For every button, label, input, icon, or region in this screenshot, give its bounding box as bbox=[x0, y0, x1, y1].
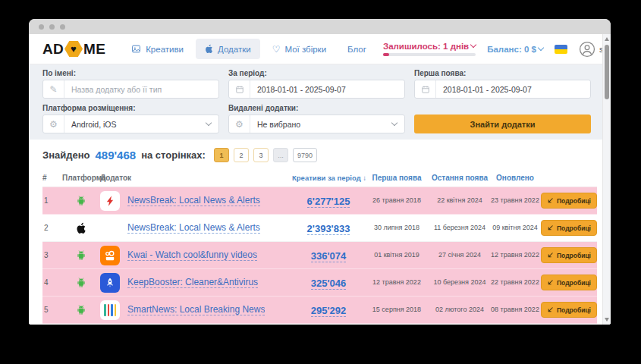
app-name-input[interactable] bbox=[64, 85, 218, 94]
tab-apps[interactable]: Додатки bbox=[196, 39, 260, 59]
navbar: AD ♥ ME Креативи Додатки ♡ Мої збірки bbox=[29, 34, 611, 64]
main-tabs: Креативи Додатки ♡ Мої збірки Блог bbox=[122, 39, 375, 59]
filter-first-seen: Перша поява: bbox=[414, 69, 591, 99]
app-name-link[interactable]: NewsBreak: Local News & Alerts bbox=[127, 222, 260, 234]
deleted-apps-selected-value: Не вибрано bbox=[250, 120, 392, 129]
table-row: 4 KeepBooster: Cleaner&Antivirus 325'046… bbox=[42, 269, 597, 297]
first-seen-date: 26 травня 2018 bbox=[365, 196, 429, 205]
first-seen-date: 30 липня 2018 bbox=[365, 224, 429, 232]
last-seen-date: 11 березня 2024 bbox=[429, 224, 491, 232]
header-creatives-sort[interactable]: Креативи за період ↓ bbox=[292, 174, 365, 182]
tab-label: Мої збірки bbox=[284, 45, 326, 54]
period-label: За період: bbox=[228, 69, 405, 77]
found-prefix: Знайдено bbox=[42, 149, 90, 161]
filter-platform: Платформа розміщення: ⚙ Android, iOS bbox=[42, 104, 219, 133]
platform-select[interactable]: ⚙ Android, iOS bbox=[42, 115, 219, 133]
scroll-down-arrow-icon[interactable] bbox=[605, 318, 609, 322]
header-last-seen-sort[interactable]: Остання поява bbox=[429, 174, 491, 182]
app-name-link[interactable]: KeepBooster: Cleaner&Antivirus bbox=[127, 277, 258, 288]
header-updated-sort[interactable]: Оновлено bbox=[491, 174, 539, 182]
header-app: Додаток bbox=[100, 174, 292, 182]
window-titlebar bbox=[29, 19, 611, 34]
scrollbar-thumb[interactable] bbox=[605, 45, 609, 99]
apple-icon bbox=[205, 44, 213, 54]
android-icon bbox=[75, 277, 87, 289]
creatives-count-link[interactable]: 2'393'833 bbox=[307, 223, 350, 235]
tab-creatives[interactable]: Креативи bbox=[122, 39, 193, 59]
first-seen-label: Перша поява: bbox=[414, 69, 591, 77]
first-seen-date: 12 травня 2022 bbox=[365, 278, 429, 287]
window-close-button[interactable] bbox=[39, 24, 44, 30]
row-number: 1 bbox=[42, 196, 62, 205]
creatives-count-link[interactable]: 336'074 bbox=[311, 250, 346, 262]
last-seen-date: 10 березня 2024 bbox=[429, 278, 491, 287]
app-icon-keepbooster bbox=[100, 273, 120, 293]
android-icon bbox=[75, 249, 87, 262]
arrow-down-left-icon bbox=[547, 279, 554, 286]
arrow-down-left-icon bbox=[547, 224, 554, 231]
pagination: 1 2 3 ... 9790 bbox=[214, 148, 317, 162]
first-seen-date-input[interactable] bbox=[436, 85, 590, 94]
page-button-1[interactable]: 1 bbox=[214, 148, 229, 162]
found-count[interactable]: 489'468 bbox=[96, 149, 137, 162]
header-first-seen-sort[interactable]: Перша поява bbox=[365, 174, 429, 182]
filter-period: За період: bbox=[228, 69, 405, 99]
arrow-down-left-icon bbox=[547, 306, 554, 313]
days-left-dropdown[interactable]: Залишилось: 1 днів bbox=[383, 42, 476, 56]
updated-date: 09 квітня 2024 bbox=[491, 224, 539, 232]
adme-logo[interactable]: AD ♥ ME bbox=[42, 41, 105, 58]
details-button[interactable]: Подробиці bbox=[541, 193, 597, 209]
days-left-progressbar bbox=[383, 53, 476, 56]
creatives-count-link[interactable]: 6'277'125 bbox=[307, 196, 350, 208]
tab-label: Додатки bbox=[218, 45, 251, 54]
details-button[interactable]: Подробиці bbox=[541, 247, 597, 263]
logo-text-left: AD bbox=[42, 41, 64, 58]
period-date-input[interactable] bbox=[250, 85, 404, 94]
heart-outline-icon: ♡ bbox=[272, 45, 281, 54]
row-number: 3 bbox=[42, 251, 62, 259]
platform-label: Платформа розміщення: bbox=[42, 104, 219, 112]
pencil-icon: ✎ bbox=[43, 80, 64, 98]
app-name-link[interactable]: SmartNews: Local Breaking News bbox=[127, 304, 265, 315]
deleted-apps-select[interactable]: ⚙ Не вибрано bbox=[228, 115, 405, 133]
tab-collections[interactable]: ♡ Мої збірки bbox=[263, 39, 335, 59]
chevron-down-icon bbox=[538, 44, 544, 50]
creatives-count-link[interactable]: 325'046 bbox=[311, 278, 346, 290]
details-button[interactable]: Подробиці bbox=[541, 220, 597, 236]
chevron-down-icon bbox=[470, 42, 476, 48]
found-suffix: на сторінках: bbox=[141, 149, 206, 161]
header-num: # bbox=[42, 174, 62, 182]
balance-text: Баланс: 0 $ bbox=[487, 45, 536, 54]
results-bar: Знайдено 489'468 на сторінках: 1 2 3 ...… bbox=[29, 140, 611, 169]
details-button[interactable]: Подробиці bbox=[541, 302, 597, 318]
tab-blog[interactable]: Блог bbox=[338, 39, 375, 59]
find-apps-button[interactable]: Знайти додатки bbox=[414, 115, 591, 133]
page-button-2[interactable]: 2 bbox=[234, 148, 249, 162]
updated-date: 22 травня 2022 bbox=[491, 278, 539, 287]
creatives-count-link[interactable]: 295'292 bbox=[311, 305, 346, 317]
first-seen-date: 15 серпня 2018 bbox=[365, 306, 429, 314]
ukraine-flag-icon bbox=[555, 45, 567, 54]
table-row: 3 Kwai - Watch cool&funny videos 336'074… bbox=[42, 242, 597, 269]
last-seen-date: 27 січня 2024 bbox=[429, 251, 491, 259]
image-icon bbox=[131, 44, 141, 54]
balance-dropdown[interactable]: Баланс: 0 $ bbox=[487, 45, 543, 54]
calendar-icon bbox=[229, 80, 250, 98]
app-name-link[interactable]: NewsBreak: Local News & Alerts bbox=[127, 195, 260, 206]
calendar-icon bbox=[415, 80, 436, 98]
window-maximize-button[interactable] bbox=[60, 24, 65, 30]
app-icon-smartnews bbox=[100, 300, 120, 320]
filters-panel: По імені: ✎ За період: bbox=[29, 64, 611, 140]
page-button-last[interactable]: 9790 bbox=[293, 148, 317, 162]
last-seen-date: 22 квітня 2024 bbox=[429, 196, 491, 205]
header-platform: Платформа bbox=[62, 174, 100, 182]
app-name-link[interactable]: Kwai - Watch cool&funny videos bbox=[127, 249, 257, 261]
logo-text-right: ME bbox=[83, 41, 105, 58]
window-minimize-button[interactable] bbox=[49, 24, 55, 30]
scroll-up-arrow-icon[interactable] bbox=[605, 37, 609, 41]
avatar-icon bbox=[579, 41, 595, 58]
vertical-scrollbar[interactable] bbox=[602, 34, 611, 325]
details-button[interactable]: Подробиці bbox=[541, 275, 597, 290]
page-button-3[interactable]: 3 bbox=[253, 148, 269, 162]
deleted-apps-label: Видалені додатки: bbox=[228, 104, 405, 112]
